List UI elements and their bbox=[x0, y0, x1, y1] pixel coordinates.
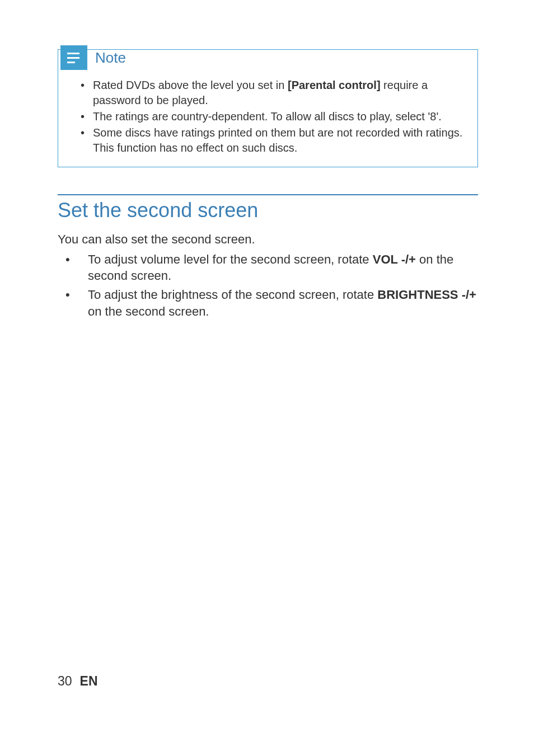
note-header: Note bbox=[69, 45, 466, 70]
page-language: EN bbox=[80, 674, 98, 689]
note-callout: Note Rated DVDs above the level you set … bbox=[58, 49, 478, 167]
section-list: To adjust volume level for the second sc… bbox=[58, 251, 478, 320]
section-heading: Set the second screen bbox=[58, 199, 478, 222]
note-title: Note bbox=[95, 49, 126, 67]
page-number: 30 bbox=[58, 674, 72, 689]
list-text: To adjust volume level for the second sc… bbox=[88, 252, 373, 266]
note-text: Rated DVDs above the level you set in bbox=[93, 79, 288, 91]
list-text-bold: BRIGHTNESS -/+ bbox=[377, 288, 476, 302]
note-icon bbox=[60, 45, 87, 70]
list-text-bold: VOL -/+ bbox=[373, 252, 416, 266]
note-item: The ratings are country-dependent. To al… bbox=[82, 109, 466, 124]
note-item: Rated DVDs above the level you set in [P… bbox=[82, 78, 466, 108]
section-rule bbox=[58, 194, 478, 195]
note-text-bold: [Parental control] bbox=[288, 79, 381, 91]
note-item: Some discs have ratings printed on them … bbox=[82, 125, 466, 156]
list-text: To adjust the brightness of the second s… bbox=[88, 288, 377, 302]
note-text: Some discs have ratings printed on them … bbox=[93, 126, 462, 154]
list-item: To adjust the brightness of the second s… bbox=[65, 287, 478, 320]
note-text: The ratings are country-dependent. To al… bbox=[93, 110, 442, 123]
list-item: To adjust volume level for the second sc… bbox=[65, 251, 478, 284]
page-footer: 30 EN bbox=[58, 674, 98, 689]
note-list: Rated DVDs above the level you set in [P… bbox=[69, 78, 466, 156]
list-text: on the second screen. bbox=[88, 304, 209, 318]
section-intro: You can also set the second screen. bbox=[58, 231, 478, 248]
